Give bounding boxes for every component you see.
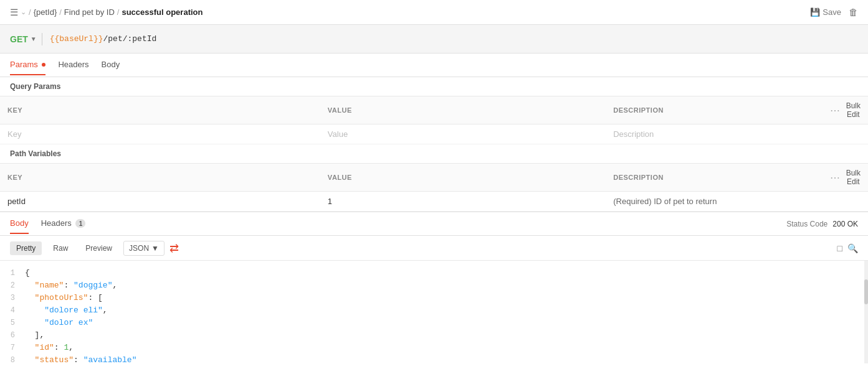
headers-count-badge: 1 xyxy=(75,219,85,228)
response-section: Body Headers 1 Status Code 200 OK Pretty… xyxy=(0,212,868,363)
line-content-8: "status": "available" xyxy=(25,354,868,363)
query-desc-cell[interactable]: Description xyxy=(606,124,822,144)
line-number-2: 2 xyxy=(0,279,25,292)
body-toolbar: Pretty Raw Preview JSON ▼ ⇄ □ 🔍 xyxy=(0,236,868,261)
code-line-5: 5 "dolor ex" xyxy=(0,317,868,329)
query-params-label: Query Params xyxy=(10,82,60,91)
path-bulk-edit-button[interactable]: Bulk Edit xyxy=(846,169,861,186)
method-chevron-icon: ▼ xyxy=(31,35,37,42)
format-select[interactable]: JSON ▼ xyxy=(123,241,165,256)
wrap-button[interactable]: ⇄ xyxy=(169,243,179,254)
response-tabs-row: Body Headers 1 Status Code 200 OK xyxy=(0,212,868,236)
query-actions-header: ⋯ Bulk Edit xyxy=(823,96,868,124)
format-chevron-icon: ▼ xyxy=(151,244,159,253)
query-bulk-edit-button[interactable]: Bulk Edit xyxy=(846,101,861,119)
path-value-cell-petid[interactable]: 1 xyxy=(320,192,606,212)
params-tabs-row: Params Headers Body xyxy=(0,54,868,77)
url-display[interactable]: {{baseUrl}}/pet/:petId xyxy=(50,34,157,44)
breadcrumb-separator-3: / xyxy=(117,7,120,17)
path-key-cell-petid[interactable]: petId xyxy=(0,192,320,212)
code-line-4: 4 "dolore eli", xyxy=(0,304,868,317)
query-params-header-row: KEY VALUE DESCRIPTION ⋯ Bulk Edit xyxy=(0,96,868,124)
path-value-header: VALUE xyxy=(320,164,606,192)
query-key-placeholder: Key xyxy=(7,129,21,139)
format-label: JSON xyxy=(129,244,149,253)
line-content-6: ], xyxy=(25,329,868,342)
line-content-2: "name": "doggie", xyxy=(25,279,868,292)
scrollbar-track[interactable] xyxy=(864,261,868,363)
query-value-placeholder: Value xyxy=(328,129,348,139)
body-toolbar-right: □ 🔍 xyxy=(837,243,858,253)
query-dots-button[interactable]: ⋯ xyxy=(830,105,841,116)
tab-response-body[interactable]: Body xyxy=(10,213,29,234)
delete-button[interactable]: 🗑 xyxy=(849,7,858,17)
code-line-1: 1 { xyxy=(0,267,868,279)
save-label: Save xyxy=(823,7,841,17)
query-desc-header: DESCRIPTION xyxy=(606,96,822,124)
path-variables-table: KEY VALUE DESCRIPTION ⋯ Bulk Edit petId … xyxy=(0,164,868,212)
breadcrumb-separator-1: / xyxy=(29,7,31,17)
query-row-actions xyxy=(823,124,868,144)
view-preview-button[interactable]: Preview xyxy=(79,241,118,255)
query-value-cell[interactable]: Value xyxy=(320,124,606,144)
line-content-7: "id": 1, xyxy=(25,342,868,354)
status-code-value: 200 OK xyxy=(832,220,858,228)
method-select[interactable]: GET ▼ xyxy=(10,34,42,44)
query-key-header: KEY xyxy=(0,96,320,124)
tab-params-label: Params xyxy=(10,60,38,69)
path-variables-section-header: Path Variables xyxy=(0,144,868,164)
top-actions: 💾 Save 🗑 xyxy=(810,7,858,17)
status-label: Status Code xyxy=(786,220,827,228)
line-content-5: "dolor ex" xyxy=(25,317,868,329)
code-line-8: 8 "status": "available" xyxy=(0,354,868,363)
path-var-row-petid: petId 1 (Required) ID of pet to return xyxy=(0,192,868,212)
tab-headers[interactable]: Headers xyxy=(58,55,88,75)
tab-headers-label: Headers xyxy=(58,60,88,69)
breadcrumb: ☰ ⌄ / {petId} / Find pet by ID / success… xyxy=(10,7,203,18)
view-pretty-button[interactable]: Pretty xyxy=(10,241,42,255)
url-bar: GET ▼ {{baseUrl}}/pet/:petId xyxy=(0,25,868,54)
copy-button[interactable]: □ xyxy=(837,243,842,253)
path-dots-button[interactable]: ⋯ xyxy=(830,172,841,184)
path-desc-cell-petid: (Required) ID of pet to return xyxy=(606,192,822,212)
query-value-header: VALUE xyxy=(320,96,606,124)
line-content-1: { xyxy=(25,267,868,279)
breadcrumb-current: successful operation xyxy=(122,7,203,17)
path-vars-header-row: KEY VALUE DESCRIPTION ⋯ Bulk Edit xyxy=(0,164,868,192)
code-line-2: 2 "name": "doggie", xyxy=(0,279,868,292)
path-key-header: KEY xyxy=(0,164,320,192)
path-desc-header: DESCRIPTION xyxy=(606,164,822,192)
top-bar: ☰ ⌄ / {petId} / Find pet by ID / success… xyxy=(0,0,868,25)
search-button[interactable]: 🔍 xyxy=(847,243,858,253)
line-number-5: 5 xyxy=(0,317,25,329)
url-path: /pet/:petId xyxy=(103,34,157,44)
tab-body-label: Body xyxy=(102,60,120,69)
tab-body[interactable]: Body xyxy=(102,55,120,75)
scrollbar-thumb[interactable] xyxy=(864,279,868,304)
breadcrumb-middle: Find pet by ID xyxy=(64,7,115,17)
breadcrumb-parent: {petId} xyxy=(34,7,57,17)
url-divider xyxy=(42,33,42,45)
query-key-cell[interactable]: Key xyxy=(0,124,320,144)
line-number-1: 1 xyxy=(0,267,25,279)
query-params-empty-row: Key Value Description xyxy=(0,124,868,144)
line-number-6: 6 xyxy=(0,329,25,342)
code-line-3: 3 "photoUrls": [ xyxy=(0,292,868,304)
params-active-dot xyxy=(42,63,45,67)
tab-response-headers[interactable]: Headers 1 xyxy=(41,213,86,235)
line-number-7: 7 xyxy=(0,342,25,354)
breadcrumb-separator-2: / xyxy=(59,7,62,17)
view-raw-button[interactable]: Raw xyxy=(47,241,74,255)
tab-response-headers-label: Headers xyxy=(41,218,72,228)
code-line-6: 6 ], xyxy=(0,329,868,342)
query-params-section-header: Query Params xyxy=(0,77,868,96)
path-actions-header: ⋯ Bulk Edit xyxy=(823,164,868,192)
path-variables-label: Path Variables xyxy=(10,149,61,158)
save-button[interactable]: 💾 Save xyxy=(810,7,841,17)
tab-params[interactable]: Params xyxy=(10,55,45,75)
line-content-4: "dolore eli", xyxy=(25,304,868,317)
line-number-3: 3 xyxy=(0,292,25,304)
line-content-3: "photoUrls": [ xyxy=(25,292,868,304)
query-params-table: KEY VALUE DESCRIPTION ⋯ Bulk Edit Key Va… xyxy=(0,96,868,144)
chevron-icon: ⌄ xyxy=(21,8,26,16)
